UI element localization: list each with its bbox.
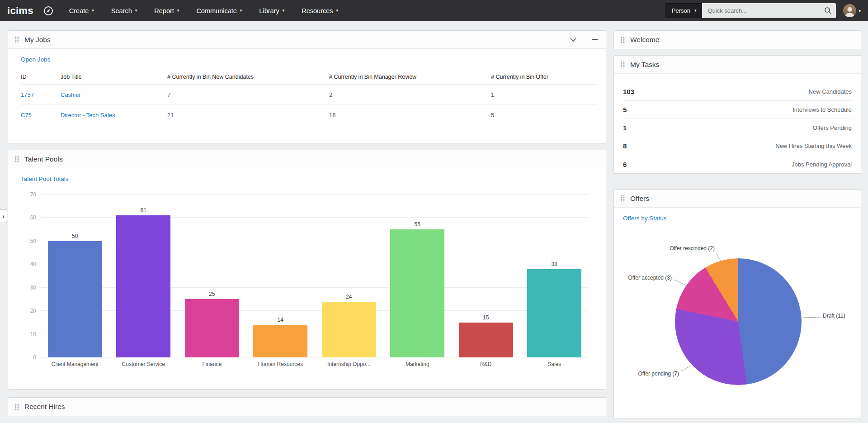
menu-create[interactable]: Create ▾ bbox=[61, 0, 103, 21]
talent-pools-panel-header: Talent Pools bbox=[8, 150, 606, 168]
bar-slot: 14 bbox=[246, 195, 315, 357]
task-row-offers-pending[interactable]: 1 Offers Pending bbox=[623, 119, 852, 137]
y-axis-tick-label: 60 bbox=[21, 214, 36, 221]
job-id-link[interactable]: C75 bbox=[21, 112, 32, 119]
bar-value-label: 55 bbox=[415, 221, 420, 228]
panel-title: Recent Hires bbox=[24, 403, 65, 411]
job-id-link[interactable]: 1757 bbox=[21, 91, 34, 98]
drag-handle-icon[interactable] bbox=[620, 36, 625, 44]
talent-pool-totals-link[interactable]: Talent Pool Totals bbox=[21, 176, 69, 182]
bar-category-label: R&D bbox=[452, 361, 520, 367]
menu-label: Library bbox=[259, 7, 279, 14]
job-title-link[interactable]: Cashier bbox=[61, 91, 81, 98]
sidebar-expand-button[interactable]: › bbox=[0, 209, 7, 223]
bar-finance[interactable]: 25 bbox=[185, 299, 239, 357]
column-header-bin-manager-review: # Currently in Bin Manager Review bbox=[329, 69, 491, 85]
column-header-bin-new-candidates: # Currently in Bin New Candidates bbox=[167, 69, 329, 85]
task-label: New Hires Starting this Week bbox=[775, 143, 852, 149]
quick-search-box bbox=[702, 3, 836, 18]
panel-title: Talent Pools bbox=[24, 155, 62, 163]
bin-manager-review-count: 2 bbox=[329, 85, 491, 105]
chevron-down-icon: ▾ bbox=[177, 9, 179, 13]
bar-marketing[interactable]: 55 bbox=[390, 229, 444, 357]
bar-value-label: 14 bbox=[278, 317, 283, 323]
y-axis-tick-label: 50 bbox=[21, 238, 36, 244]
bar-sales[interactable]: 38 bbox=[527, 269, 581, 357]
bar-value-label: 15 bbox=[483, 314, 489, 321]
pie-label-offer-pending: Offer pending (7) bbox=[630, 371, 679, 377]
pie-label-draft: Draft (11) bbox=[823, 313, 845, 319]
open-jobs-link[interactable]: Open Jobs bbox=[21, 56, 50, 63]
offers-by-status-link[interactable]: Offers by Status bbox=[623, 215, 667, 222]
icims-logo[interactable]: icims bbox=[7, 5, 33, 17]
task-row-interviews-to-schedule[interactable]: 5 Interviews to Schedule bbox=[623, 101, 852, 119]
bin-new-candidates-count: 21 bbox=[167, 105, 329, 125]
bar-r-d[interactable]: 15 bbox=[459, 323, 513, 357]
drag-handle-icon[interactable] bbox=[620, 194, 625, 203]
search-scope-dropdown[interactable]: Person ▾ bbox=[665, 3, 703, 18]
panel-title: My Tasks bbox=[630, 61, 659, 69]
drag-handle-icon[interactable] bbox=[14, 403, 19, 411]
search-icon[interactable] bbox=[824, 7, 832, 14]
my-tasks-panel-header: My Tasks bbox=[614, 56, 861, 74]
bar-value-label: 24 bbox=[346, 294, 352, 300]
chevron-right-icon: › bbox=[2, 213, 5, 219]
talent-pools-panel: Talent Pools Talent Pool Totals 01020304… bbox=[8, 150, 606, 390]
task-row-new-candidates[interactable]: 103 New Candidates bbox=[623, 83, 852, 101]
my-jobs-panel-header: My Jobs bbox=[8, 31, 606, 49]
bar-category-label: Client Management bbox=[41, 361, 109, 367]
task-label: Jobs Pending Approval bbox=[792, 161, 852, 168]
y-axis-tick-label: 70 bbox=[21, 191, 36, 198]
chevron-down-icon: ▾ bbox=[135, 9, 137, 13]
table-row: 1757 Cashier 7 2 1 bbox=[21, 85, 597, 105]
task-row-new-hires-starting[interactable]: 8 New Hires Starting this Week bbox=[623, 137, 852, 155]
product-switcher-icon[interactable] bbox=[42, 5, 54, 17]
table-row: C75 Director - Tech Sales 21 16 5 bbox=[21, 105, 597, 125]
menu-search[interactable]: Search ▾ bbox=[103, 0, 146, 21]
collapse-chevron-button[interactable] bbox=[568, 36, 578, 43]
chevron-down-icon: ▾ bbox=[283, 9, 285, 13]
y-axis-tick-label: 10 bbox=[21, 331, 36, 337]
my-tasks-panel: My Tasks 103 New Candidates 5 Interviews… bbox=[613, 55, 861, 174]
bar-internship-oppo-[interactable]: 24 bbox=[322, 302, 376, 357]
offers-panel: Offers Offers by Status Offer rescinded … bbox=[613, 189, 861, 419]
categories-row: Client ManagementCustomer ServiceFinance… bbox=[41, 361, 589, 367]
bin-offer-count: 1 bbox=[491, 85, 597, 105]
task-count: 8 bbox=[623, 142, 627, 150]
my-jobs-panel-body: Open Jobs ID Job Title # Currently in Bi… bbox=[8, 49, 606, 125]
column-header-job-title: Job Title bbox=[61, 69, 167, 85]
task-count: 103 bbox=[623, 88, 634, 95]
bar-slot: 15 bbox=[452, 195, 520, 357]
offers-pie[interactable] bbox=[675, 258, 802, 385]
bar-category-label: Customer Service bbox=[109, 361, 178, 367]
user-avatar[interactable] bbox=[843, 4, 856, 17]
welcome-panel-header: Welcome bbox=[614, 31, 861, 49]
chevron-down-icon: ▾ bbox=[694, 9, 697, 13]
menu-library[interactable]: Library ▾ bbox=[250, 0, 293, 21]
task-row-jobs-pending-approval[interactable]: 6 Jobs Pending Approval bbox=[623, 155, 852, 173]
menu-resources[interactable]: Resources ▾ bbox=[293, 0, 347, 21]
quick-search-input[interactable] bbox=[708, 7, 824, 14]
offers-panel-body: Offers by Status Offer rescinded (2) Off… bbox=[614, 208, 861, 418]
menu-report[interactable]: Report ▾ bbox=[146, 0, 188, 21]
chevron-down-icon: ▾ bbox=[240, 9, 242, 13]
bar-plot: 0102030405060705061251424551538 bbox=[41, 195, 589, 357]
job-title-link[interactable]: Director - Tech Sales bbox=[61, 112, 115, 119]
bar-value-label: 61 bbox=[141, 207, 146, 214]
task-count: 1 bbox=[623, 124, 627, 132]
drag-handle-icon[interactable] bbox=[14, 35, 19, 44]
bar-human-resources[interactable]: 14 bbox=[253, 325, 307, 357]
menu-label: Create bbox=[69, 7, 89, 14]
menu-communicate[interactable]: Communicate ▾ bbox=[188, 0, 250, 21]
bar-category-label: Human Resources bbox=[246, 361, 315, 367]
minimize-button[interactable] bbox=[590, 37, 599, 42]
menu-label: Search bbox=[111, 7, 132, 14]
search-scope-value: Person bbox=[672, 7, 690, 14]
bar-slot: 50 bbox=[41, 195, 109, 357]
drag-handle-icon[interactable] bbox=[620, 60, 625, 69]
chevron-down-icon[interactable]: ▾ bbox=[859, 9, 861, 13]
bar-customer-service[interactable]: 61 bbox=[116, 215, 170, 357]
bar-client-management[interactable]: 50 bbox=[48, 241, 102, 357]
drag-handle-icon[interactable] bbox=[14, 155, 19, 163]
pie-label-offer-rescinded: Offer rescinded (2) bbox=[640, 245, 715, 252]
